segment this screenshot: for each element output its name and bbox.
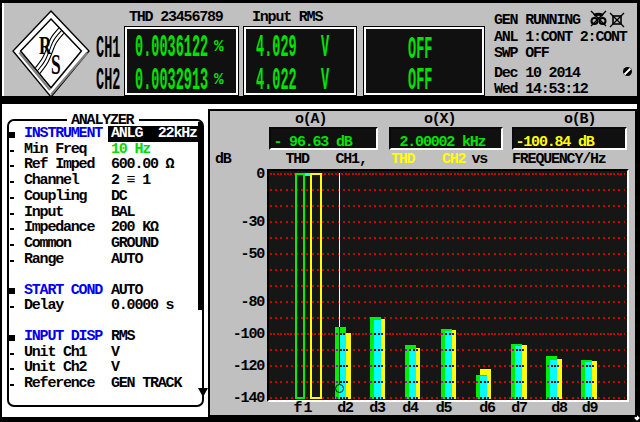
svg-text:R: R xyxy=(39,30,52,60)
svg-text:S: S xyxy=(51,49,61,81)
